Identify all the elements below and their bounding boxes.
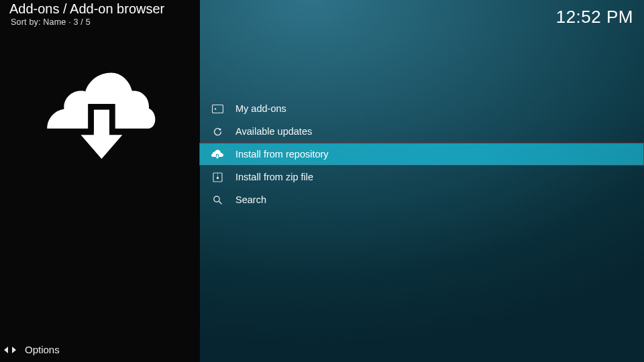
list-item-install-repository[interactable]: Install from repository (199, 143, 644, 166)
list-item-my-addons[interactable]: My add-ons (200, 97, 644, 120)
svg-rect-8 (217, 177, 219, 179)
arrows-icon (4, 345, 16, 355)
list-item-label: Available updates (235, 126, 312, 137)
sidebar: Add-ons / Add-on browser Sort by: Name ·… (0, 0, 200, 362)
breadcrumb: Add-ons / Add-on browser (9, 1, 164, 17)
cloud-download-icon (211, 149, 223, 159)
refresh-icon (211, 127, 223, 137)
list-item-label: My add-ons (235, 103, 286, 114)
svg-rect-2 (91, 106, 94, 132)
svg-rect-4 (212, 105, 223, 113)
zip-icon (211, 172, 223, 182)
sort-info: Sort by: Name · 3 / 5 (11, 17, 91, 27)
clock: 12:52 PM (556, 7, 633, 27)
list-item-install-zip[interactable]: Install from zip file (200, 166, 644, 188)
options-label: Options (25, 344, 60, 355)
svg-rect-1 (91, 106, 112, 109)
svg-point-5 (214, 108, 215, 109)
list-item-search[interactable]: Search (200, 188, 644, 211)
download-cloud-icon (42, 64, 159, 164)
options-button[interactable]: Options (4, 344, 60, 355)
main-panel: 12:52 PM My add-ons Available updates (200, 0, 644, 362)
svg-rect-0 (94, 110, 109, 137)
list-item-label: Install from zip file (235, 172, 313, 182)
list-item-available-updates[interactable]: Available updates (200, 120, 644, 143)
svg-rect-3 (109, 106, 112, 132)
list-item-label: Install from repository (235, 149, 329, 160)
svg-line-10 (219, 201, 221, 204)
box-icon (211, 105, 223, 113)
search-icon (211, 195, 223, 205)
list-item-label: Search (235, 194, 266, 205)
